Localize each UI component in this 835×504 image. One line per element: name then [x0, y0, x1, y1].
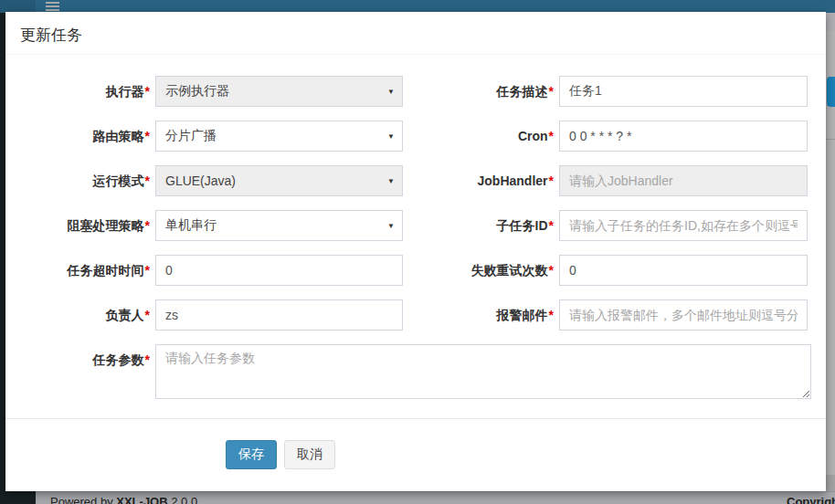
required-mark: * [549, 129, 554, 143]
child-jobid-label: 子任务ID* [403, 210, 554, 241]
task-param-label: 任务参数* [5, 344, 150, 375]
required-mark: * [549, 218, 554, 233]
form-row: 执行器* 示例执行器▼ 任务描述* [5, 76, 826, 107]
chevron-down-icon: ▼ [387, 132, 395, 141]
glue-type-label: 运行模式* [5, 165, 150, 196]
required-mark: * [145, 308, 150, 322]
required-mark: * [145, 218, 150, 233]
timeout-label: 任务超时时间* [5, 255, 150, 286]
modal-title: 更新任务 [20, 26, 82, 44]
form-row: 任务超时时间* 失败重试次数* [5, 255, 826, 286]
form-row: 任务参数* [5, 344, 826, 403]
required-mark: * [145, 173, 150, 188]
author-label: 负责人* [5, 299, 150, 331]
form-row: 负责人* 报警邮件* [5, 299, 826, 331]
fail-retry-label: 失败重试次数* [403, 255, 554, 286]
cron-label: Cron* [403, 121, 554, 152]
required-mark: * [145, 84, 150, 99]
required-mark: * [145, 263, 150, 278]
cancel-button[interactable]: 取消 [284, 440, 335, 469]
modal-footer-divider [5, 418, 826, 419]
task-desc-input[interactable] [559, 76, 808, 107]
glue-type-select[interactable]: GLUE(Java)▼ [155, 165, 403, 196]
modal-buttons: 保存 取消 [226, 440, 335, 469]
executor-label: 执行器* [5, 76, 150, 107]
chevron-down-icon: ▼ [387, 88, 395, 96]
modal-header: 更新任务 [5, 12, 826, 55]
chevron-down-icon: ▼ [387, 177, 395, 185]
cron-input[interactable] [559, 121, 808, 152]
task-param-textarea[interactable] [155, 344, 811, 399]
task-desc-label: 任务描述* [403, 76, 554, 107]
save-button[interactable]: 保存 [226, 440, 277, 469]
child-jobid-input[interactable] [559, 210, 808, 241]
task-form: 执行器* 示例执行器▼ 任务描述* 路由策略* 分片广播▼ Cron* 运行模式… [5, 76, 826, 403]
author-input[interactable] [155, 299, 403, 331]
form-row: 阻塞处理策略* 单机串行▼ 子任务ID* [5, 210, 826, 241]
required-mark: * [549, 84, 554, 99]
alarm-email-input[interactable] [559, 299, 808, 331]
jobhandler-input[interactable] [559, 165, 808, 196]
block-strategy-select[interactable]: 单机串行▼ [155, 210, 403, 241]
scrollbar-thumb[interactable] [827, 77, 835, 107]
jobhandler-label: JobHandler* [403, 165, 554, 196]
required-mark: * [549, 263, 554, 278]
form-row: 运行模式* GLUE(Java)▼ JobHandler* [5, 165, 826, 196]
fail-retry-input[interactable] [559, 255, 808, 286]
route-strategy-label: 路由策略* [5, 121, 150, 152]
timeout-input[interactable] [155, 255, 403, 286]
update-task-modal: 更新任务 执行器* 示例执行器▼ 任务描述* 路由策略* 分片广播▼ Cron*… [5, 12, 826, 491]
required-mark: * [549, 308, 554, 322]
required-mark: * [145, 129, 150, 143]
required-mark: * [549, 173, 554, 188]
required-mark: * [145, 352, 150, 367]
block-strategy-label: 阻塞处理策略* [5, 210, 150, 241]
form-row: 路由策略* 分片广播▼ Cron* [5, 121, 826, 152]
chevron-down-icon: ▼ [387, 222, 395, 230]
route-strategy-select[interactable]: 分片广播▼ [155, 121, 403, 152]
executor-select[interactable]: 示例执行器▼ [155, 76, 403, 107]
alarm-email-label: 报警邮件* [403, 299, 554, 331]
